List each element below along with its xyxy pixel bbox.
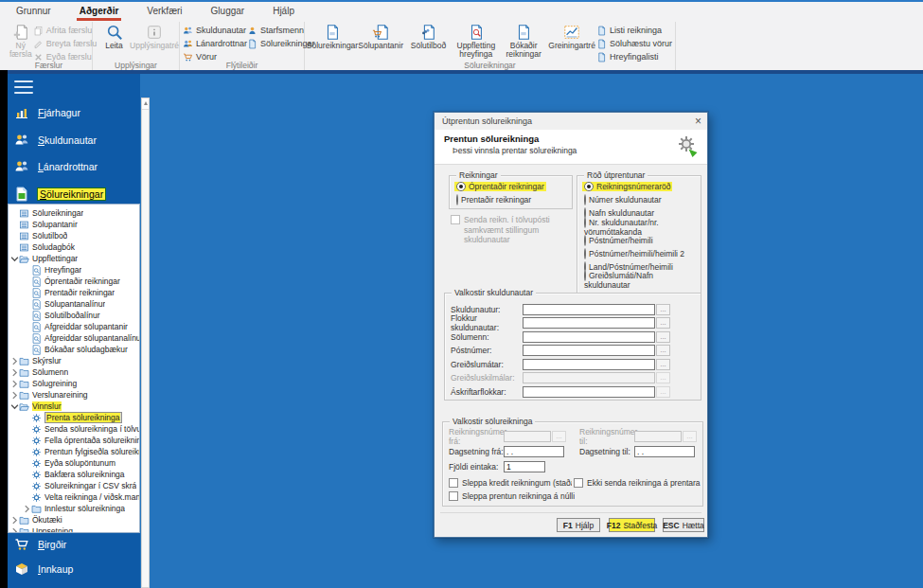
ribbon-button-s-lureikningar[interactable]: Sölureikningar [308, 23, 357, 51]
chevron-down-icon[interactable] [10, 255, 19, 262]
tab-verkf-ri[interactable]: Verkfæri [144, 5, 185, 21]
radio-order-p-stn-mer-heimili-heimili-2[interactable]: Póstnúmer/heimili/heimili 2 [577, 247, 701, 260]
radio-invoices-prenta-ir-reikningar[interactable]: Prentaðir reikningar [450, 193, 572, 206]
lookup-ellipsis-button[interactable]: ... [656, 345, 670, 356]
tree-item-s-lupantanal-nur[interactable]: Sölupantanalínur [9, 298, 139, 310]
radio-order-n-mer-skuldunautar[interactable]: Númer skuldunautar [577, 193, 701, 206]
ribbon-button-l-nardrottnar[interactable]: Lánardrottnar [183, 38, 247, 49]
radio-icon[interactable] [584, 194, 586, 205]
tree-item-prenta-s-lureikninga[interactable]: Prenta sölureikninga [9, 412, 139, 423]
date-input[interactable]: . . [504, 446, 564, 457]
tab-hj-lp[interactable]: Hjálp [270, 5, 297, 21]
tree-item-hreyfingar[interactable]: Hreyfingar [9, 264, 139, 276]
lookup-ellipsis-button[interactable]: ... [656, 359, 670, 370]
help-button[interactable]: F1Hjálp [557, 518, 600, 532]
ribbon-button-skuldunautar[interactable]: Skuldunautar [183, 25, 247, 36]
tree-item-senda-s-lureikninga-t-lvup-s[interactable]: Senda sölureikninga í tölvupós [9, 423, 139, 435]
tree-item-uppsetning[interactable]: Uppsetning [9, 526, 139, 533]
confirm-button[interactable]: F12Staðfesta [609, 518, 655, 532]
ribbon-button-leita[interactable]: Leita [96, 23, 133, 51]
ribbon-button-s-luh-stu-v-rur[interactable]: Söluhæstu vörur [596, 38, 672, 49]
radio-icon[interactable] [584, 182, 594, 191]
checkbox-icon[interactable] [574, 478, 583, 488]
ribbon-button-uppfletting-hreyfinga[interactable]: Uppfletting hreyfinga [453, 23, 500, 61]
tree-item-ey-a-s-lup-ntunum[interactable]: Eyða sölupöntunum [9, 457, 139, 469]
scroll-up-icon[interactable] [142, 98, 149, 110]
chevron-right-icon[interactable] [10, 380, 19, 387]
tree-item-bakf-ra-s-lureikninga[interactable]: Bakfæra sölureikninga [9, 469, 139, 480]
chevron-right-icon[interactable] [23, 505, 31, 512]
ribbon-button-s-lupantanir[interactable]: Sölupantanir [357, 23, 404, 51]
radio-icon[interactable] [584, 248, 586, 259]
sidebar-item-fj-rhagur[interactable]: Fjárhagur [14, 105, 80, 120]
tab-grunnur[interactable]: Grunnur [13, 5, 54, 21]
checkbox-sleppa-prentun-reikninga-n-lli[interactable]: Sleppa prentun reikninga á núlli [449, 490, 638, 502]
chevron-right-icon[interactable] [10, 391, 19, 399]
ribbon-button-s-lutilbo[interactable]: Sölutilboð [404, 23, 452, 51]
tree-item-innlestur-s-lureikninga[interactable]: Innlestur sölureikninga [9, 503, 139, 514]
tree-item-afgreiddar-s-lupantanir[interactable]: Afgreiddar sölupantanir [9, 321, 139, 332]
checkbox-ekki-senda-reikninga-prentara[interactable]: Ekki senda reikninga á prentara [574, 476, 701, 489]
nav-scrollbar[interactable] [141, 98, 150, 588]
lookup-ellipsis-button[interactable]: ... [656, 331, 670, 343]
tree-item-b-ka-ar-s-ludagb-kur[interactable]: Bókaðar söludagbækur [9, 344, 139, 355]
ribbon-button-b-ka-ir-reikningar[interactable]: Bókaðir reikningar [500, 23, 547, 61]
radio-order-reikningsn-merar[interactable]: Reikningsnúmeraröð [577, 180, 701, 193]
tree-item-prentun-fylgise-la-s-lureikning[interactable]: Prentun fylgiseðla sölureikning [9, 446, 139, 457]
radio-order-grei-slum-ti-nafn-skuldunautar[interactable]: Greiðslumáti/Nafn skuldunautar [577, 274, 701, 287]
field-input[interactable] [523, 317, 655, 329]
radio-icon[interactable] [456, 182, 466, 191]
tree-item-s-ludagb-k[interactable]: Söludagbók [9, 241, 139, 253]
tree-item-kut-ki[interactable]: Ökutæki [9, 514, 139, 526]
tree-item-uppflettingar[interactable]: Uppflettingar [9, 253, 139, 264]
field-input[interactable] [523, 304, 655, 315]
radio-icon[interactable] [584, 235, 586, 246]
checkbox-icon[interactable] [449, 491, 458, 501]
tree-item-s-lumenn[interactable]: Sölumenn [9, 366, 139, 378]
cancel-button[interactable]: ESCHætta [663, 518, 704, 532]
tree-item-s-lutilbo-al-nur[interactable]: Sölutilboðalínur [9, 310, 139, 321]
tree-item-s-lureikningar-csv-skr[interactable]: Sölureikningar í CSV skrá [9, 480, 139, 491]
tree-item-verslunareining[interactable]: Verslunareining [9, 389, 139, 401]
field-input[interactable] [523, 359, 655, 370]
chevron-down-icon[interactable] [10, 402, 19, 410]
menu-hamburger-icon[interactable] [14, 80, 33, 94]
chevron-right-icon[interactable] [10, 357, 19, 365]
field-input[interactable] [523, 386, 655, 398]
close-icon[interactable]: × [695, 116, 701, 127]
tree-item-vinnslur[interactable]: Vinnslur [9, 401, 139, 412]
ribbon-button-listi-reikninga[interactable]: Listi reikninga [596, 25, 672, 36]
tab-a-ger-ir[interactable]: Aðgerðir [77, 5, 122, 21]
tree-item-s-lureikningar[interactable]: Sölureikningar [9, 207, 139, 219]
chevron-right-icon[interactable] [10, 527, 19, 533]
sidebar-item-skuldunautar[interactable]: Skuldunautar [14, 133, 97, 148]
copies-input[interactable]: 1 [504, 461, 545, 472]
checkbox-icon[interactable] [449, 478, 458, 488]
field-input[interactable] [523, 331, 655, 343]
lookup-ellipsis-button[interactable]: ... [656, 304, 670, 315]
lookup-ellipsis-button[interactable]: ... [656, 317, 670, 329]
radio-invoices-prenta-ir-reikningar[interactable]: Óprentaðir reikningar [450, 180, 572, 193]
sidebar-item-birg-ir[interactable]: Birgðir [14, 537, 66, 552]
tree-item-prenta-ir-reikningar[interactable]: Prentaðir reikningar [9, 287, 139, 298]
field-input[interactable] [523, 345, 655, 356]
radio-icon[interactable] [584, 217, 586, 228]
tree-item-afgreiddar-s-lupantanal-nur[interactable]: Afgreiddar sölupantanalínur [9, 332, 139, 344]
tree-item-sk-rslur[interactable]: Skýrslur [9, 355, 139, 366]
chevron-right-icon[interactable] [10, 368, 19, 376]
ribbon-button-greiningartr[interactable]: Greiningartré [547, 23, 596, 51]
radio-order-nr-skuldunautar-nr-v-rum-ttakanda[interactable]: Nr. skuldunautar/nr. vörumóttakanda [577, 221, 701, 234]
sidebar-item-l-nardrottnar[interactable]: Lánardrottnar [14, 159, 98, 174]
tree-item-velta-reikninga-vi-sk-manna[interactable]: Velta reikninga / viðsk.manna í [9, 491, 139, 503]
checkbox-sleppa-kredit-reikningum-sta-a[interactable]: Sleppa kredit reikningum (staða í "-") [449, 476, 572, 489]
sidebar-item-s-lureikningar[interactable]: Sölureikningar [14, 187, 105, 202]
tree-item-fella-prenta-a-s-lureikninga[interactable]: Fella óprentaða sölureikninga [9, 435, 139, 446]
date-input[interactable]: . . [634, 446, 695, 457]
chevron-right-icon[interactable] [10, 516, 19, 524]
radio-icon[interactable] [456, 194, 458, 205]
tree-item-s-lutilbo[interactable]: Sölutilboð [9, 230, 139, 241]
sidebar-item-innkaup[interactable]: Innkaup [14, 561, 73, 577]
tree-item-prenta-ir-reikningar[interactable]: Óprentaðir reikningar [9, 276, 139, 287]
tree-item-s-lugreining[interactable]: Sölugreining [9, 378, 139, 389]
tab-gluggar[interactable]: Gluggar [208, 5, 248, 21]
